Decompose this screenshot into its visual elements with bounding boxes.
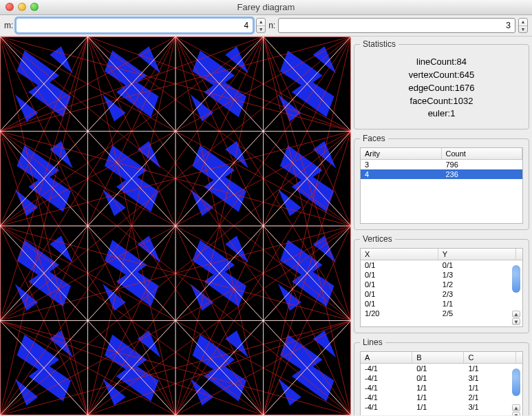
faces-table[interactable]: ArityCount 37964236 <box>360 147 523 224</box>
diagram-svg <box>0 37 351 415</box>
cell: 796 <box>442 160 523 169</box>
cell: 1/20 <box>361 309 438 318</box>
scroll-up-icon[interactable]: ▲ <box>512 404 520 411</box>
cell: 1/1 <box>412 383 464 393</box>
scroll-thumb[interactable] <box>512 368 520 396</box>
window-title: Farey diagram <box>0 2 532 12</box>
table-row[interactable]: -4/11/12/1 <box>361 393 522 402</box>
column-header[interactable]: A <box>361 352 412 363</box>
m-label: m: <box>4 21 13 30</box>
cell: 1/1 <box>464 364 515 373</box>
cell: 0/1 <box>438 260 516 270</box>
cell: 3/1 <box>464 402 515 412</box>
cell: -4/1 <box>361 383 412 393</box>
chevron-down-icon[interactable]: ▼ <box>519 26 527 33</box>
column-header[interactable]: X <box>361 249 438 260</box>
cell: 2/5 <box>438 309 516 318</box>
main-area: Statistics lineCount:84vertexCount:645ed… <box>0 37 532 415</box>
stat-line: euler:1 <box>360 107 523 121</box>
lines-legend: Lines <box>360 337 385 347</box>
lines-body[interactable]: -4/10/11/1-4/10/13/1-4/11/11/1-4/11/12/1… <box>361 364 522 415</box>
column-header[interactable]: Y <box>438 249 516 260</box>
cell: 0/1 <box>361 260 438 270</box>
cell: 1/1 <box>412 402 464 412</box>
cell: -4/1 <box>361 373 412 383</box>
chevron-up-icon[interactable]: ▲ <box>519 19 527 26</box>
stat-line: edgeCount:1676 <box>360 82 523 95</box>
cell: 1/1 <box>464 383 515 393</box>
scroll-down-icon[interactable]: ▼ <box>512 318 520 325</box>
faces-body[interactable]: 37964236 <box>361 160 522 223</box>
table-row[interactable]: -4/10/13/1 <box>361 373 522 383</box>
table-row[interactable]: 0/12/3 <box>361 289 522 299</box>
table-row[interactable]: 3796 <box>361 160 522 169</box>
cell: 4 <box>361 169 442 179</box>
cell: 1/1 <box>412 393 464 402</box>
cell: 1/3 <box>438 270 516 280</box>
n-label: n: <box>268 21 275 30</box>
vertices-header: XY <box>361 249 522 260</box>
scroll-thumb[interactable] <box>512 265 520 293</box>
window-controls <box>6 3 39 11</box>
table-row[interactable]: 0/11/2 <box>361 280 522 289</box>
lines-table[interactable]: ABC -4/10/11/1-4/10/13/1-4/11/11/1-4/11/… <box>360 351 523 415</box>
m-input[interactable] <box>16 18 253 33</box>
table-row[interactable]: 0/11/1 <box>361 299 522 309</box>
table-row[interactable]: -4/11/13/1 <box>361 402 522 412</box>
cell: 3/1 <box>464 373 515 383</box>
zoom-icon[interactable] <box>30 3 39 11</box>
n-stepper[interactable]: ▲▼ <box>518 18 528 33</box>
cell: -4/1 <box>361 402 412 412</box>
stat-line: faceCount:1032 <box>360 95 523 108</box>
column-header[interactable]: C <box>464 352 515 363</box>
m-stepper[interactable]: ▲▼ <box>256 18 266 33</box>
statistics-body: lineCount:84vertexCount:645edgeCount:167… <box>360 53 523 123</box>
table-row[interactable]: -4/10/11/1 <box>361 364 522 373</box>
faces-panel: Faces ArityCount 37964236 <box>354 134 529 230</box>
table-row[interactable]: 0/11/3 <box>361 270 522 280</box>
lines-scrollbar[interactable]: ▲▼ <box>511 367 521 415</box>
side-panel: Statistics lineCount:84vertexCount:645ed… <box>351 37 532 415</box>
table-row[interactable]: 1/202/5 <box>361 309 522 318</box>
n-input[interactable] <box>278 18 515 33</box>
minimize-icon[interactable] <box>18 3 26 11</box>
farey-diagram-canvas <box>0 37 351 415</box>
cell: 3 <box>361 160 442 169</box>
column-header[interactable]: Count <box>442 148 523 159</box>
cell: 0/1 <box>361 280 438 289</box>
table-row[interactable]: -4/11/11/1 <box>361 383 522 393</box>
vertices-legend: Vertices <box>360 234 395 244</box>
cell: 1/2 <box>438 280 516 289</box>
cell: 0/1 <box>361 299 438 309</box>
titlebar: Farey diagram <box>0 0 532 15</box>
vertices-body[interactable]: 0/10/10/11/30/11/20/12/30/11/11/202/5 <box>361 260 522 326</box>
cell: 0/1 <box>412 364 464 373</box>
chevron-up-icon[interactable]: ▲ <box>257 19 265 26</box>
scroll-down-icon[interactable]: ▼ <box>512 412 520 415</box>
table-row[interactable]: 4236 <box>361 169 522 179</box>
chevron-down-icon[interactable]: ▼ <box>257 26 265 33</box>
cell: 2/1 <box>464 393 515 402</box>
input-bar: m: ▲▼ n: ▲▼ <box>0 15 532 37</box>
faces-legend: Faces <box>360 134 388 143</box>
table-row[interactable]: 0/10/1 <box>361 260 522 270</box>
statistics-legend: Statistics <box>360 39 398 49</box>
vertices-table[interactable]: XY 0/10/10/11/30/11/20/12/30/11/11/202/5… <box>360 248 523 327</box>
cell: -4/1 <box>361 393 412 402</box>
close-icon[interactable] <box>6 3 14 11</box>
lines-header: ABC <box>361 352 522 364</box>
vertices-scrollbar[interactable]: ▲▼ <box>511 264 521 325</box>
cell: 236 <box>442 169 523 179</box>
cell: 1/1 <box>438 299 516 309</box>
faces-header: ArityCount <box>361 148 522 160</box>
stat-line: lineCount:84 <box>360 56 523 69</box>
cell: 0/1 <box>412 373 464 383</box>
column-header[interactable]: B <box>412 352 464 363</box>
vertices-panel: Vertices XY 0/10/10/11/30/11/20/12/30/11… <box>354 234 529 333</box>
cell: 2/3 <box>438 289 516 299</box>
statistics-panel: Statistics lineCount:84vertexCount:645ed… <box>354 39 529 129</box>
column-header[interactable]: Arity <box>361 148 442 159</box>
scroll-up-icon[interactable]: ▲ <box>512 311 520 318</box>
lines-panel: Lines ABC -4/10/11/1-4/10/13/1-4/11/11/1… <box>354 337 529 415</box>
cell: -4/1 <box>361 364 412 373</box>
